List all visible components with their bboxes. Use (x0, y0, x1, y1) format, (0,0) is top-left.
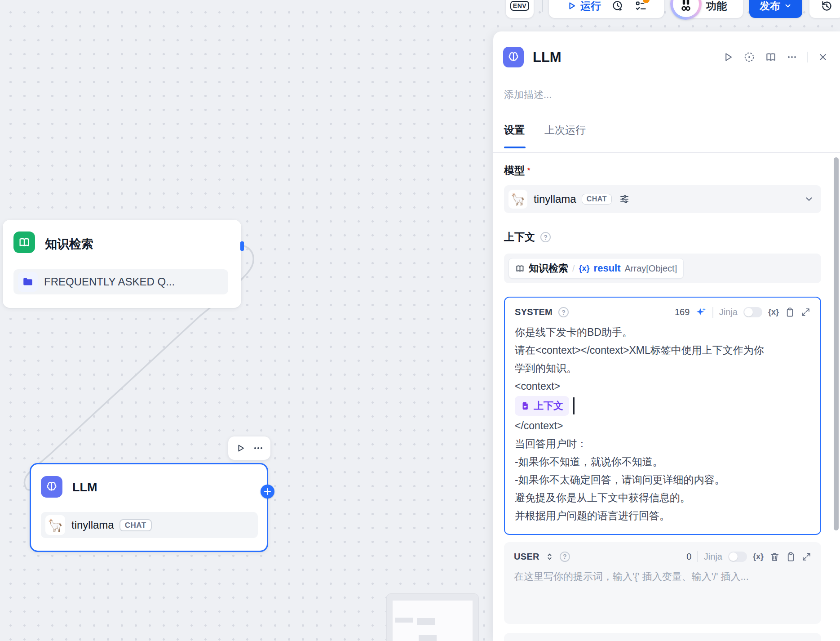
run-toolbar-group: 运行 (549, 0, 664, 18)
book-open-icon (13, 231, 35, 253)
play-icon (566, 0, 577, 11)
jinja-toggle[interactable] (728, 552, 747, 562)
system-prompt-text[interactable]: 你是线下发卡的BD助手。 请在<context></context>XML标签中… (515, 323, 810, 525)
tab-last-run[interactable]: 上次运行 (544, 123, 586, 137)
active-tab-indicator (504, 147, 526, 148)
role-label: SYSTEM (515, 307, 553, 317)
toolbar-divider (542, 0, 543, 12)
focus-node-icon[interactable] (743, 51, 755, 63)
model-selector[interactable]: 🦙 tinyllama CHAT (504, 185, 821, 213)
expand-icon[interactable] (801, 307, 810, 317)
insert-variable-icon[interactable]: {x} (753, 552, 764, 561)
close-panel-icon[interactable] (818, 52, 828, 62)
chevron-down-icon (804, 194, 814, 204)
expand-icon[interactable] (802, 552, 811, 561)
role-label: USER (514, 552, 539, 562)
model-field-label: 模型 * (504, 164, 530, 178)
panel-scrollbar[interactable] (834, 157, 839, 530)
help-icon[interactable]: ? (560, 552, 570, 562)
history-icon (821, 0, 833, 12)
generate-prompt-icon[interactable] (695, 307, 707, 318)
document-icon (521, 401, 530, 410)
canvas-minimap[interactable] (386, 593, 479, 641)
context-chip[interactable]: 上下文 (515, 396, 569, 416)
brain-icon (41, 476, 62, 498)
llama-icon: 🦙 (508, 190, 527, 209)
book-open-icon (515, 264, 525, 273)
user-prompt-header: USER ? 0 Jinja {x} (514, 551, 811, 562)
panel-title: LLM (533, 49, 561, 66)
more-options-icon[interactable] (787, 52, 797, 62)
header-divider (697, 551, 698, 562)
context-variable-box[interactable]: 知识检索 / {x} result Array[Object] (504, 254, 821, 283)
run-button[interactable]: 运行 (566, 0, 601, 13)
node-more-icon[interactable] (253, 443, 264, 454)
jinja-label: Jinja (719, 307, 738, 317)
jinja-label: Jinja (704, 552, 722, 562)
system-prompt-header: SYSTEM ? 169 Jinja {x} (515, 307, 810, 318)
model-type-badge: CHAT (582, 194, 612, 205)
header-divider (712, 307, 713, 318)
folder-icon (18, 272, 38, 292)
run-history-icon[interactable] (612, 0, 624, 12)
llm-model-name: tinyllama (71, 519, 114, 531)
node-run-icon[interactable] (235, 443, 246, 454)
context-field-label: 上下文 ? (504, 230, 551, 244)
system-prompt-editor[interactable]: SYSTEM ? 169 Jinja {x} (504, 297, 821, 535)
env-variables-button[interactable]: ENV (506, 0, 534, 18)
delete-icon[interactable] (769, 552, 780, 562)
model-name: tinyllama (534, 193, 576, 205)
avatar-image (673, 0, 699, 17)
variable-icon: {x} (579, 264, 590, 273)
llm-node[interactable]: LLM 🦙 tinyllama CHAT (30, 463, 268, 552)
help-icon[interactable]: ? (558, 307, 569, 317)
user-prompt-placeholder[interactable]: 在这里写你的提示词，输入'{' 插入变量、输入'/' 插入... (514, 570, 811, 583)
run-node-icon[interactable] (722, 51, 734, 63)
model-params-icon[interactable] (619, 194, 630, 205)
dataset-name: FREQUENTLY ASKED Q... (44, 276, 175, 288)
llm-panel-icon (503, 47, 524, 67)
copy-icon[interactable] (785, 307, 795, 317)
llama-icon: 🦙 (45, 515, 65, 535)
user-prompt-editor[interactable]: USER ? 0 Jinja {x} (504, 542, 821, 624)
actions-divider (807, 52, 808, 62)
jinja-toggle[interactable] (743, 307, 762, 317)
knowledge-dataset-row[interactable]: FREQUENTLY ASKED Q... (13, 269, 228, 294)
workflow-canvas[interactable]: 知识检索 FREQUENTLY ASKED Q... (0, 0, 840, 641)
env-icon: ENV (510, 1, 529, 11)
tab-settings[interactable]: 设置 (504, 123, 525, 137)
copy-icon[interactable] (786, 552, 796, 562)
context-variable-pill[interactable]: 知识检索 / {x} result Array[Object] (508, 258, 684, 279)
knowledge-node-title: 知识检索 (45, 236, 93, 252)
text-cursor (573, 397, 575, 414)
knowledge-retrieval-node[interactable]: 知识检索 FREQUENTLY ASKED Q... (3, 220, 241, 308)
node-config-panel: LLM 添加描述... (493, 31, 840, 641)
version-history-button[interactable] (809, 0, 840, 18)
role-selector-icon[interactable] (545, 552, 554, 561)
tabs-divider (493, 152, 840, 153)
panel-actions (722, 51, 829, 63)
token-count: 0 (686, 552, 691, 562)
minimap-viewport (393, 601, 473, 641)
next-message-block[interactable] (504, 633, 821, 641)
token-count: 169 (675, 307, 690, 317)
checklist-icon[interactable] (635, 0, 647, 12)
publish-button[interactable]: 发布 (749, 0, 802, 18)
description-input[interactable]: 添加描述... (504, 88, 552, 102)
required-mark: * (527, 167, 530, 175)
panel-tabs: 设置 上次运行 (504, 123, 586, 137)
node-hover-toolbar (228, 436, 270, 460)
node-source-handle[interactable] (240, 241, 244, 251)
llm-node-title: LLM (72, 481, 97, 494)
model-type-badge: CHAT (119, 519, 152, 531)
chevron-down-icon (784, 2, 792, 10)
add-next-node-button[interactable] (261, 485, 274, 499)
docs-icon[interactable] (765, 51, 777, 63)
insert-variable-icon[interactable]: {x} (768, 307, 779, 317)
help-icon[interactable]: ? (540, 232, 551, 242)
llm-model-row[interactable]: 🦙 tinyllama CHAT (41, 512, 258, 538)
